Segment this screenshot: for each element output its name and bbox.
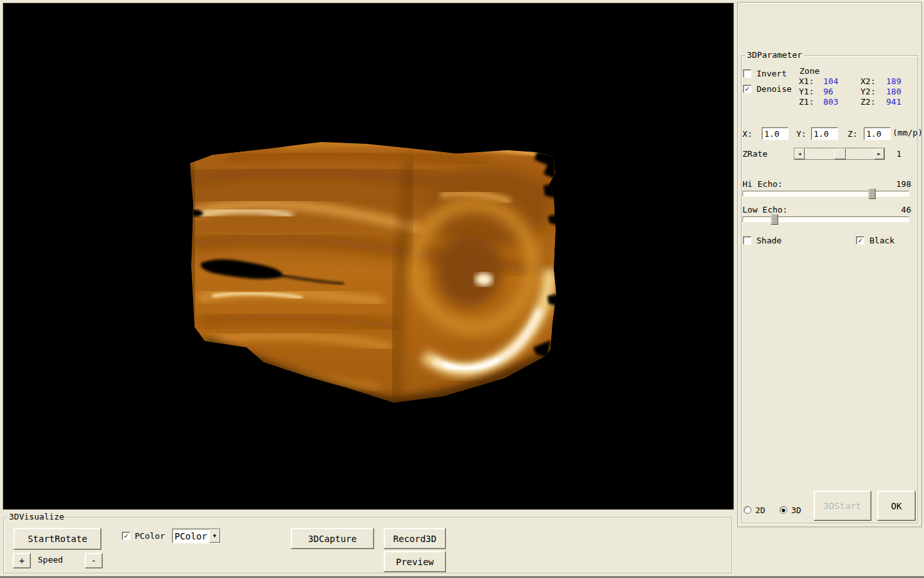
zone-x2-label: X2: [860, 77, 875, 86]
mode-2d-radio[interactable] [744, 506, 751, 514]
pcolor-dropdown-button[interactable]: ▼ [209, 529, 220, 543]
black-checkbox[interactable]: ✓ [856, 236, 864, 245]
pcolor-checkbox[interactable]: ✓ [122, 532, 130, 540]
parameter-groupbox: 3DParameter [741, 55, 918, 523]
hi-echo-label: Hi Echo: [742, 180, 783, 189]
denoise-checkbox[interactable]: ✓ [743, 85, 751, 93]
record3d-button[interactable]: Record3D [384, 528, 446, 549]
invert-checkbox[interactable] [743, 69, 751, 78]
zone-x1-label: X1: [799, 77, 814, 86]
pcolor-dropdown[interactable]: PColor ▼ [172, 529, 221, 543]
start-rotate-button[interactable]: StartRotate [13, 528, 101, 550]
low-echo-label: Low Echo: [742, 206, 787, 215]
pcolor-dropdown-value: PColor [173, 531, 209, 541]
3dstart-button[interactable]: 3DStart [814, 491, 871, 521]
checkmark-icon: ✓ [124, 532, 128, 539]
x-scale-input[interactable] [762, 127, 789, 140]
app-window: { "window": { "bg_color": "#ece9d8", "vi… [0, 0, 924, 578]
ultrasound-volume-render [187, 134, 572, 412]
speed-plus-button[interactable]: + [13, 553, 31, 568]
mode-2d-label: 2D [755, 506, 766, 515]
zone-x1-value: 104 [823, 77, 838, 86]
zone-y2-label: Y2: [860, 87, 875, 96]
chevron-down-icon: ▼ [213, 534, 216, 539]
speed-label: Speed [38, 556, 63, 565]
y-scale-label: Y: [796, 130, 807, 139]
visualize-group-title: 3DVisualize [7, 512, 66, 522]
visualize-panel: 3DVisualize StartRotate + Speed - ✓ PCol… [3, 517, 732, 574]
zone-title: Zone [800, 67, 819, 76]
3dcapture-button[interactable]: 3DCapture [291, 528, 374, 549]
mode-3d-radio[interactable]: ● [780, 506, 787, 514]
radio-dot-icon: ● [782, 507, 785, 513]
left-arrow-icon: ◄ [798, 152, 801, 157]
scale-unit-label: (mm/p) [893, 128, 923, 137]
zone-y1-value: 96 [823, 87, 834, 96]
low-echo-slider[interactable] [742, 216, 909, 222]
hi-echo-slider-thumb[interactable] [869, 188, 876, 199]
zone-z1-value: 803 [823, 98, 838, 107]
zone-x2-value: 189 [886, 77, 901, 86]
x-scale-label: X: [742, 130, 753, 139]
denoise-label: Denoise [757, 85, 792, 94]
zone-z1-label: Z1: [799, 98, 814, 107]
black-label: Black [869, 236, 894, 245]
checkmark-icon: ✓ [858, 237, 862, 244]
zone-z2-value: 941 [886, 98, 901, 107]
zone-y1-label: Y1: [799, 87, 814, 96]
zrate-scrollbar-thumb[interactable] [834, 148, 846, 159]
zone-z2-label: Z2: [860, 98, 875, 107]
shade-label: Shade [757, 236, 782, 245]
mode-3d-label: 3D [791, 506, 801, 515]
y-scale-input[interactable] [811, 127, 838, 140]
preview-button[interactable]: Preview [384, 551, 446, 572]
render-viewport[interactable] [3, 3, 734, 510]
invert-label: Invert [757, 69, 787, 78]
hi-echo-value: 198 [896, 180, 911, 189]
speed-minus-button[interactable]: - [85, 553, 103, 568]
low-echo-slider-thumb[interactable] [771, 214, 778, 225]
zrate-left-arrow-button[interactable]: ◄ [794, 148, 805, 159]
right-arrow-icon: ► [878, 152, 881, 157]
zrate-right-arrow-button[interactable]: ► [874, 148, 884, 159]
shade-checkbox[interactable] [743, 236, 751, 245]
z-scale-label: Z: [848, 130, 858, 139]
hi-echo-slider[interactable] [742, 191, 909, 197]
z-scale-input[interactable] [864, 127, 891, 140]
zrate-value: 1 [896, 150, 902, 159]
zrate-scrollbar[interactable]: ◄ ► [794, 148, 885, 160]
parameter-panel: 3DParameter Invert ✓ Denoise Zone X1: 10… [737, 2, 922, 527]
zrate-label: ZRate [742, 150, 767, 159]
pcolor-checkbox-label: PColor [135, 532, 165, 541]
low-echo-value: 46 [896, 206, 911, 215]
ok-button[interactable]: OK [877, 491, 916, 521]
parameter-group-title: 3DParameter [745, 50, 804, 60]
zrate-scrollbar-track[interactable] [805, 148, 874, 159]
checkmark-icon: ✓ [745, 85, 749, 92]
zone-y2-value: 180 [886, 87, 901, 96]
